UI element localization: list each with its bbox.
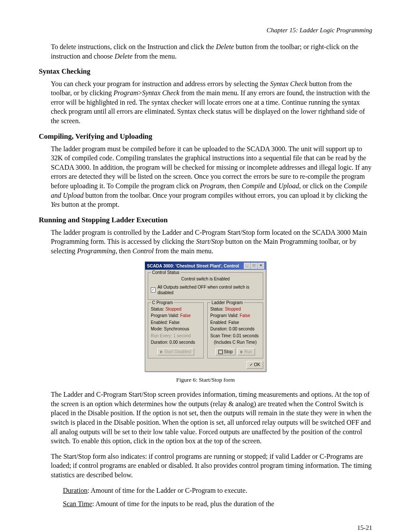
label: Duration: bbox=[210, 327, 228, 331]
c-enabled-value: False bbox=[169, 320, 179, 325]
italic: Program bbox=[200, 182, 224, 190]
ladder-status-value: Stopped bbox=[225, 307, 241, 311]
ladder-enabled-value: False bbox=[228, 320, 239, 325]
text: You can check your program for instructi… bbox=[51, 80, 270, 87]
btn-label: Stop bbox=[224, 349, 233, 355]
term-definitions: Duration: Amount of time for the Ladder … bbox=[63, 486, 372, 509]
check-icon: ✓ bbox=[249, 362, 253, 368]
c-status-value: Stopped bbox=[165, 307, 181, 311]
play-icon bbox=[160, 350, 163, 354]
ladder-run-button: Run bbox=[237, 348, 255, 356]
label: Mode: bbox=[151, 327, 163, 331]
term-label: Duration bbox=[63, 487, 87, 494]
italic: Control bbox=[133, 247, 154, 255]
control-switch-status: Control switch is Enabled bbox=[151, 276, 260, 282]
text: , then bbox=[115, 247, 133, 255]
delete-italic-2: Delete bbox=[115, 53, 133, 60]
text: from the main menu. bbox=[154, 247, 213, 255]
text: button at the prompt. bbox=[60, 201, 119, 208]
text: and bbox=[265, 182, 278, 190]
ladder-note: (Includes C Run Time) bbox=[210, 339, 260, 345]
label: Duration: bbox=[151, 340, 168, 345]
figure-startstop-form: SCADA 3000: 'Chestnut Street Plant', Con… bbox=[39, 261, 372, 372]
heading-running-stopping: Running and Stopping Ladder Execution bbox=[39, 215, 372, 225]
syntax-para: You can check your program for instructi… bbox=[51, 79, 372, 126]
italic: Compile bbox=[242, 182, 265, 190]
play-icon bbox=[240, 350, 243, 354]
stop-icon bbox=[218, 350, 223, 354]
running-para: The ladder program is controlled by the … bbox=[51, 228, 372, 256]
chapter-header: Chapter 15: Ladder Logic Programming bbox=[39, 26, 372, 34]
delete-italic: Delete bbox=[216, 43, 234, 50]
ladder-duration-value: 0.00 seconds bbox=[229, 327, 255, 331]
startstop-dialog: SCADA 3000: 'Chestnut Street Plant', Con… bbox=[145, 261, 266, 372]
page-number: 15-21 bbox=[39, 523, 372, 532]
text: , or click on the bbox=[299, 182, 344, 190]
control-status-label: Control Status bbox=[151, 270, 181, 276]
btn-label: OK bbox=[254, 362, 260, 368]
ladder-scan-value: 0.01 seconds bbox=[233, 333, 259, 338]
ladder-program-panel: Ladder Program Status: Stopped Program V… bbox=[207, 302, 263, 359]
italic: Yes bbox=[51, 201, 60, 208]
term-duration: Duration: Amount of time for the Ladder … bbox=[63, 486, 372, 495]
c-runevery-value: 1 second bbox=[173, 333, 191, 338]
label: Run Every: bbox=[151, 333, 172, 338]
after-para-1: The Ladder and C-Program Start/Stop scre… bbox=[51, 390, 372, 446]
close-icon[interactable]: × bbox=[258, 263, 264, 269]
delete-instructions-para: To delete instructions, click on the Ins… bbox=[51, 42, 372, 61]
term-text: : Amount of time for the inputs to be re… bbox=[92, 500, 274, 507]
text: To delete instructions, click on the Ins… bbox=[51, 43, 216, 50]
compile-para: The ladder program must be compiled befo… bbox=[51, 144, 372, 209]
minimize-icon[interactable]: _ bbox=[244, 263, 250, 269]
italic: Syntax Check bbox=[142, 89, 180, 96]
heading-syntax-checking: Syntax Checking bbox=[39, 67, 372, 76]
italic: Syntax Check bbox=[270, 80, 308, 87]
c-valid-value: False bbox=[180, 313, 190, 318]
control-status-fieldset: Control Status Control switch is Enabled… bbox=[148, 272, 263, 300]
c-program-title: C Program bbox=[151, 300, 174, 306]
italic: Programming bbox=[77, 247, 115, 255]
heading-compiling: Compiling, Verifying and Uploading bbox=[39, 132, 372, 142]
outputs-off-label: All Outputs switched OFF when control sw… bbox=[157, 284, 260, 296]
ladder-valid-value: False bbox=[240, 313, 250, 318]
dialog-title: SCADA 3000: 'Chestnut Street Plant', Con… bbox=[147, 263, 239, 269]
ladder-stop-button[interactable]: Stop bbox=[215, 348, 236, 356]
btn-label: Start Disabled bbox=[164, 349, 191, 355]
label: Scan Time: bbox=[210, 333, 232, 338]
term-scan-time: Scan Time: Amount of time for the inputs… bbox=[63, 499, 372, 509]
label: Enabled: bbox=[151, 320, 168, 325]
figure-caption: Figure 6: Start/Stop form bbox=[39, 376, 372, 384]
label: Status: bbox=[151, 307, 164, 311]
text: from the menu. bbox=[133, 53, 177, 60]
text: button from the toolbar. Once your progr… bbox=[84, 192, 367, 199]
italic: Program bbox=[114, 89, 138, 96]
label: Program Valid: bbox=[151, 313, 179, 318]
c-start-disabled-button: Start Disabled bbox=[157, 348, 194, 356]
label: Enabled: bbox=[210, 320, 227, 325]
italic: Start/Stop bbox=[196, 238, 224, 245]
c-program-panel: C Program Status: Stopped Program Valid:… bbox=[148, 302, 204, 359]
term-text: : Amount of time for the Ladder or C-Pro… bbox=[87, 487, 247, 494]
label: Status: bbox=[210, 307, 224, 311]
c-duration-value: 0.00 seconds bbox=[169, 340, 195, 345]
c-mode-value: Synchronous bbox=[164, 327, 189, 331]
text: , then bbox=[224, 182, 242, 190]
btn-label: Run bbox=[244, 349, 252, 355]
label: Program Valid: bbox=[210, 313, 238, 318]
term-label: Scan Time bbox=[63, 500, 92, 507]
ok-button[interactable]: ✓OK bbox=[246, 361, 263, 369]
after-para-2: The Start/Stop form also indicates: if c… bbox=[51, 452, 372, 480]
dialog-titlebar: SCADA 3000: 'Chestnut Street Plant', Con… bbox=[145, 262, 266, 270]
text: > bbox=[138, 89, 142, 96]
maximize-icon[interactable]: □ bbox=[251, 263, 257, 269]
italic: Upload bbox=[278, 182, 299, 190]
ladder-program-title: Ladder Program bbox=[210, 300, 244, 306]
outputs-off-checkbox[interactable]: ✓ bbox=[151, 287, 156, 292]
